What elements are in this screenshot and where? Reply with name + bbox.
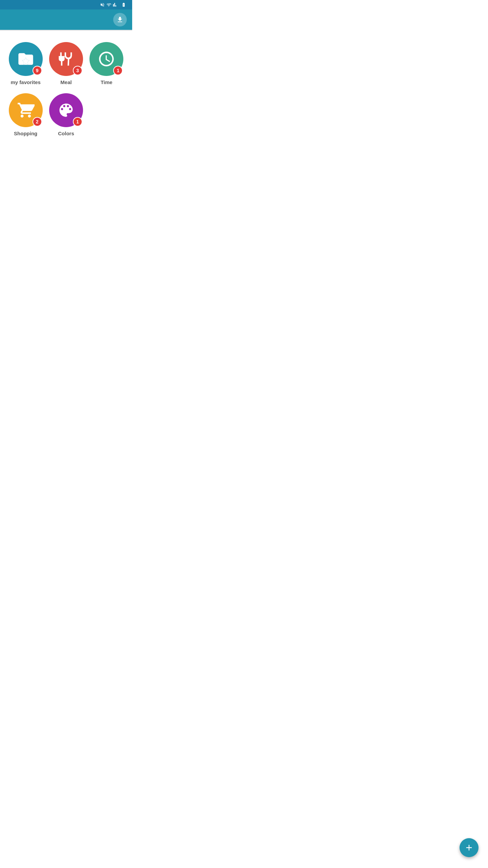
circle-wrap-my-favorites: 9 (9, 42, 43, 76)
label-colors: Colors (58, 131, 74, 136)
grid-item-my-favorites[interactable]: 9 my favorites (8, 42, 43, 85)
battery-icon (121, 2, 126, 7)
label-meal: Meal (60, 79, 72, 85)
circle-wrap-shopping: 2 (9, 93, 43, 127)
circle-wrap-meal: 3 (49, 42, 83, 76)
status-bar (0, 0, 132, 9)
download-button[interactable] (113, 13, 127, 26)
badge-meal: 3 (73, 66, 82, 75)
grid-item-colors[interactable]: 1 Colors (48, 93, 83, 136)
circle-wrap-time: 1 (89, 42, 123, 76)
grid-item-time[interactable]: 1 Time (89, 42, 124, 85)
label-my-favorites: my favorites (11, 79, 40, 85)
circle-wrap-colors: 1 (49, 93, 83, 127)
badge-shopping: 2 (33, 117, 42, 126)
favorites-grid: 9 my favorites 3 Meal 1 Time (0, 31, 132, 144)
status-icons (100, 2, 128, 7)
mute-icon (100, 2, 105, 7)
download-icon (116, 16, 124, 23)
badge-colors: 1 (73, 117, 82, 126)
signal-icon (113, 2, 118, 7)
badge-my-favorites: 9 (33, 66, 42, 75)
grid-item-shopping[interactable]: 2 Shopping (8, 93, 43, 136)
label-shopping: Shopping (14, 131, 37, 136)
grid-item-meal[interactable]: 3 Meal (48, 42, 83, 85)
badge-time: 1 (113, 66, 123, 75)
app-bar (0, 9, 132, 30)
wifi-icon (106, 2, 111, 7)
grid-spacer (89, 93, 124, 136)
label-time: Time (101, 79, 113, 85)
